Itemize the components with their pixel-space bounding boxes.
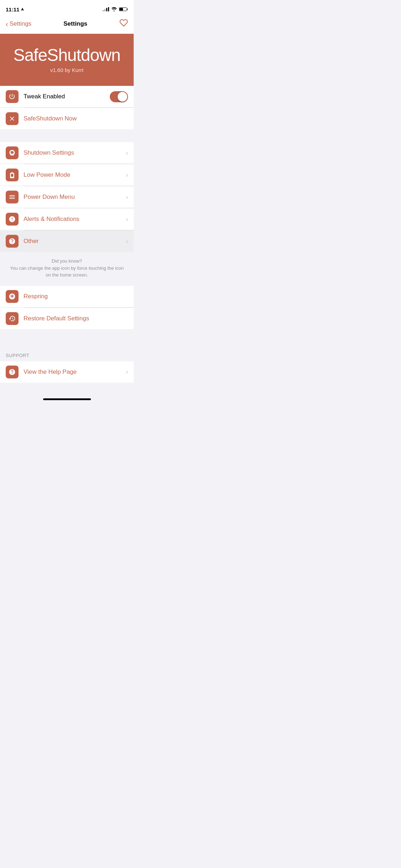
- x-icon: [9, 115, 16, 122]
- safeshutdown-now-label: SafeShutdown Now: [24, 115, 128, 122]
- home-indicator: [0, 396, 134, 402]
- status-bar: 11:11: [0, 0, 134, 16]
- menu-icon-bg: [6, 191, 19, 203]
- help-icon: [9, 368, 16, 376]
- bottom-spacer: [0, 383, 134, 396]
- signal-icon: [103, 7, 109, 11]
- respring-row[interactable]: Respring: [0, 286, 134, 308]
- back-button[interactable]: ‹ Settings: [6, 20, 31, 28]
- x-icon-bg: [6, 112, 19, 125]
- restore-defaults-label: Restore Default Settings: [24, 315, 128, 322]
- safeshutdown-now-row[interactable]: SafeShutdown Now: [0, 108, 134, 129]
- nav-title: Settings: [63, 20, 87, 27]
- info-section: Did you know? You can change the app ico…: [0, 252, 134, 286]
- support-section: View the Help Page ›: [0, 361, 134, 383]
- chevron-icon: ›: [126, 216, 128, 223]
- toggle-knob: [118, 92, 127, 102]
- low-power-mode-row[interactable]: Low Power Mode ›: [0, 164, 134, 186]
- section-separator-2: [0, 329, 134, 342]
- favorite-button[interactable]: [119, 19, 128, 29]
- alerts-notifications-row[interactable]: Alerts & Notifications ›: [0, 208, 134, 230]
- support-section-label: SUPPORT: [6, 353, 29, 358]
- restore-icon-bg: [6, 312, 19, 325]
- hero-banner: SafeShutdown v1.60 by Kurrt: [0, 34, 134, 86]
- status-time: 11:11: [6, 6, 24, 12]
- chevron-icon: ›: [126, 149, 128, 157]
- question-icon: [9, 238, 16, 245]
- menu-icon: [9, 193, 16, 201]
- tweak-enabled-label: Tweak Enabled: [24, 93, 110, 100]
- power-down-menu-label: Power Down Menu: [24, 193, 123, 201]
- restore-icon: [9, 315, 16, 322]
- restore-defaults-row[interactable]: Restore Default Settings: [0, 308, 134, 329]
- view-help-row[interactable]: View the Help Page ›: [0, 361, 134, 383]
- hero-title: SafeShutdown: [7, 45, 127, 65]
- nav-bar: ‹ Settings Settings: [0, 16, 134, 34]
- question-icon-bg: [6, 235, 19, 248]
- battery-icon: [119, 7, 128, 11]
- home-bar: [43, 398, 91, 400]
- chevron-icon: ›: [126, 238, 128, 245]
- battery-icon-bg: [6, 169, 19, 181]
- other-row[interactable]: Other ›: [0, 231, 134, 252]
- skull-icon: [9, 149, 16, 156]
- hero-subtitle: v1.60 by Kurrt: [7, 67, 127, 73]
- help-icon-bg: [6, 366, 19, 378]
- alerts-notifications-label: Alerts & Notifications: [24, 216, 123, 223]
- status-icons: [103, 7, 128, 11]
- power-icon: [9, 93, 16, 100]
- shutdown-settings-row[interactable]: Shutdown Settings ›: [0, 142, 134, 164]
- asterisk-icon: [9, 293, 16, 300]
- shutdown-settings-label: Shutdown Settings: [24, 149, 123, 156]
- info-text: Did you know? You can change the app ico…: [7, 258, 127, 279]
- view-help-label: View the Help Page: [24, 368, 123, 376]
- skull-icon-bg: [6, 146, 19, 159]
- respring-label: Respring: [24, 293, 128, 300]
- svg-rect-2: [119, 8, 123, 11]
- top-section: Tweak Enabled SafeShutdown Now: [0, 86, 134, 129]
- battery-low-icon: [9, 171, 16, 179]
- tweak-enabled-toggle[interactable]: [110, 91, 128, 102]
- low-power-mode-label: Low Power Mode: [24, 171, 123, 179]
- asterisk-icon-bg: [6, 290, 19, 303]
- back-label: Settings: [10, 20, 31, 27]
- other-label: Other: [24, 238, 123, 245]
- alert-icon: [9, 216, 16, 223]
- alert-icon-bg: [6, 213, 19, 226]
- wifi-icon: [111, 7, 117, 11]
- chevron-icon: ›: [126, 171, 128, 179]
- chevron-icon: ›: [126, 193, 128, 201]
- support-header: SUPPORT: [0, 342, 134, 361]
- tweak-enabled-row[interactable]: Tweak Enabled: [0, 86, 134, 108]
- power-icon-bg: [6, 90, 19, 103]
- heart-icon: [119, 19, 128, 27]
- main-section: Shutdown Settings › Low Power Mode › Pow…: [0, 142, 134, 252]
- power-down-menu-row[interactable]: Power Down Menu ›: [0, 186, 134, 208]
- bottom-section: Respring Restore Default Settings: [0, 286, 134, 329]
- section-separator-1: [0, 129, 134, 142]
- chevron-icon: ›: [126, 368, 128, 376]
- svg-rect-1: [127, 9, 128, 10]
- location-icon: [21, 7, 24, 11]
- back-chevron-icon: ‹: [6, 20, 8, 28]
